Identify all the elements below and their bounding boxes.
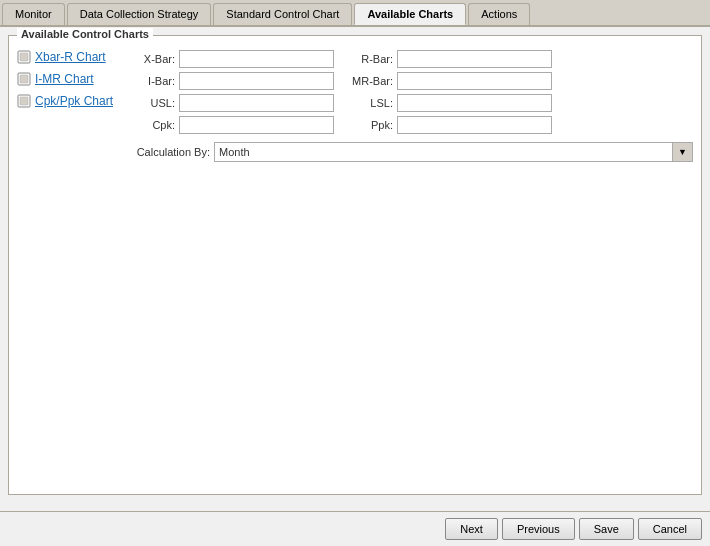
save-button[interactable]: Save bbox=[579, 518, 634, 540]
chart-item-i-mr[interactable]: I-MR Chart bbox=[17, 72, 117, 86]
ppk-input[interactable] bbox=[397, 116, 552, 134]
tab-data-collection[interactable]: Data Collection Strategy bbox=[67, 3, 212, 25]
cpk-label: Cpk: bbox=[125, 119, 175, 131]
calc-dropdown-arrow[interactable]: ▼ bbox=[672, 143, 692, 161]
calc-select-value: Month bbox=[215, 146, 672, 158]
ibar-label: I-Bar: bbox=[125, 75, 175, 87]
fields-row-3: USL: LSL: bbox=[125, 94, 693, 112]
radio-icon-i-mr bbox=[17, 72, 31, 86]
cpk-input[interactable] bbox=[179, 116, 334, 134]
mrbar-input[interactable] bbox=[397, 72, 552, 90]
chart-item-xbar-r[interactable]: Xbar-R Chart bbox=[17, 50, 117, 64]
xbar-label: X-Bar: bbox=[125, 53, 175, 65]
svg-rect-5 bbox=[20, 97, 28, 105]
tab-monitor[interactable]: Monitor bbox=[2, 3, 65, 25]
previous-button[interactable]: Previous bbox=[502, 518, 575, 540]
next-button[interactable]: Next bbox=[445, 518, 498, 540]
fields-row-2: I-Bar: MR-Bar: bbox=[125, 72, 693, 90]
chart-label-cpk-ppk[interactable]: Cpk/Ppk Chart bbox=[35, 94, 113, 108]
rbar-label: R-Bar: bbox=[338, 53, 393, 65]
content-area: Available Control Charts Xbar-R Chart bbox=[0, 27, 710, 511]
tab-bar: Monitor Data Collection Strategy Standar… bbox=[0, 0, 710, 27]
chart-column: Xbar-R Chart I-MR Chart bbox=[17, 50, 117, 108]
radio-icon-xbar-r bbox=[17, 50, 31, 64]
mrbar-label: MR-Bar: bbox=[338, 75, 393, 87]
tab-available-charts[interactable]: Available Charts bbox=[354, 3, 466, 25]
chart-label-i-mr[interactable]: I-MR Chart bbox=[35, 72, 94, 86]
button-bar: Next Previous Save Cancel bbox=[0, 511, 710, 546]
xbar-input[interactable] bbox=[179, 50, 334, 68]
lsl-label: LSL: bbox=[338, 97, 393, 109]
calc-row: Calculation By: Month ▼ bbox=[125, 142, 693, 162]
group-box: Available Control Charts Xbar-R Chart bbox=[8, 35, 702, 495]
radio-icon-cpk-ppk bbox=[17, 94, 31, 108]
fields-row-4: Cpk: Ppk: bbox=[125, 116, 693, 134]
tab-standard-control[interactable]: Standard Control Chart bbox=[213, 3, 352, 25]
ppk-label: Ppk: bbox=[338, 119, 393, 131]
main-window: Monitor Data Collection Strategy Standar… bbox=[0, 0, 710, 546]
usl-label: USL: bbox=[125, 97, 175, 109]
form-layout: Xbar-R Chart I-MR Chart bbox=[17, 50, 693, 162]
rbar-input[interactable] bbox=[397, 50, 552, 68]
usl-input[interactable] bbox=[179, 94, 334, 112]
chart-item-cpk-ppk[interactable]: Cpk/Ppk Chart bbox=[17, 94, 117, 108]
calc-label: Calculation By: bbox=[125, 146, 210, 158]
cancel-button[interactable]: Cancel bbox=[638, 518, 702, 540]
fields-row-1: X-Bar: R-Bar: bbox=[125, 50, 693, 68]
ibar-input[interactable] bbox=[179, 72, 334, 90]
calc-select[interactable]: Month ▼ bbox=[214, 142, 693, 162]
tab-actions[interactable]: Actions bbox=[468, 3, 530, 25]
chart-label-xbar-r[interactable]: Xbar-R Chart bbox=[35, 50, 106, 64]
svg-rect-3 bbox=[20, 75, 28, 83]
svg-rect-1 bbox=[20, 53, 28, 61]
group-title: Available Control Charts bbox=[17, 28, 153, 40]
lsl-input[interactable] bbox=[397, 94, 552, 112]
fields-column: X-Bar: R-Bar: I-Bar: MR-Bar: USL: bbox=[125, 50, 693, 162]
